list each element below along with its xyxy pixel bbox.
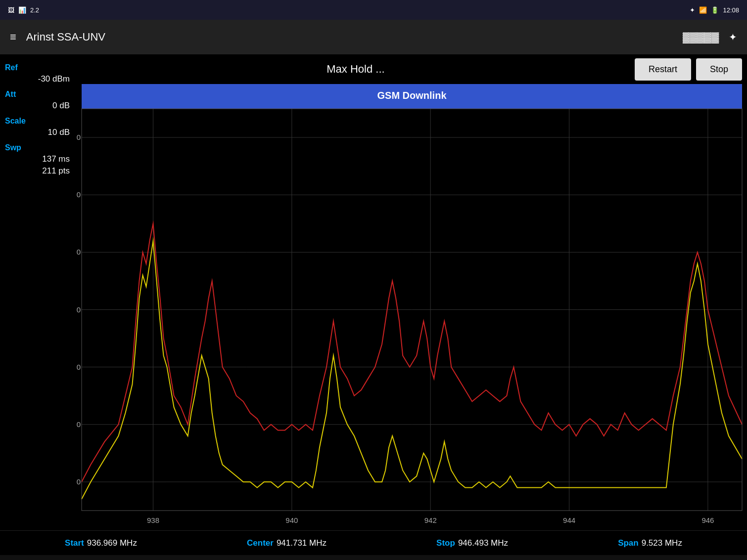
status-bar: 🖼 📊 2.2 ✦ 📶 🔋 12:08 [0, 0, 747, 20]
start-value: 936.969 MHz [87, 538, 137, 548]
status-right: ✦ 📶 🔋 12:08 [690, 6, 739, 14]
main-content: Ref -30 dBm Att 0 dB Scale 10 dB Swp 137… [0, 54, 747, 530]
left-panel: Ref -30 dBm Att 0 dB Scale 10 dB Swp 137… [0, 54, 77, 530]
swp-label[interactable]: Swp [5, 143, 72, 152]
ref-value[interactable]: -30 dBm [5, 74, 72, 84]
center-label: Center [247, 538, 274, 548]
app-title: Arinst SSA-UNV [26, 31, 673, 43]
span-label: Span [618, 538, 639, 548]
bluetooth-icon: ✦ [729, 31, 737, 43]
ref-label[interactable]: Ref [5, 63, 72, 72]
scale-value[interactable]: 10 dB [5, 128, 72, 137]
span-value: 9.523 MHz [642, 538, 682, 548]
chart-container: Max Hold ... Restart Stop [77, 54, 747, 530]
status-left: 🖼 📊 2.2 [8, 6, 39, 14]
screenshot-icon: 🖼 [8, 6, 14, 14]
att-value[interactable]: 0 dB [5, 101, 72, 111]
stop-label: Stop [436, 538, 455, 548]
stop-value: 946.493 MHz [458, 538, 508, 548]
bottom-nav: ◁ ○ □ [0, 555, 747, 560]
chart-wrapper[interactable] [77, 84, 747, 530]
att-label[interactable]: Att [5, 90, 72, 99]
chart-toolbar: Max Hold ... Restart Stop [77, 54, 747, 84]
frequency-bar: Start 936.969 MHz Center 941.731 MHz Sto… [0, 530, 747, 555]
restart-button[interactable]: Restart [635, 58, 691, 81]
start-label: Start [65, 538, 84, 548]
spectrum-chart [77, 84, 747, 530]
mode-label: Max Hold ... [82, 63, 630, 76]
center-value: 941.731 MHz [277, 538, 327, 548]
clock: 12:08 [723, 6, 739, 14]
stop-button[interactable]: Stop [696, 58, 742, 81]
graph-icon: 📊 [18, 6, 26, 14]
signal-icon: 📶 [699, 6, 707, 14]
swp-time: 137 ms [5, 154, 72, 164]
hamburger-menu-icon[interactable]: ≡ [10, 31, 16, 43]
app-version: 2.2 [30, 6, 39, 14]
swp-pts: 211 pts [5, 166, 72, 176]
app-bar: ≡ Arinst SSA-UNV ▓▓▓▓▓ ✦ [0, 20, 747, 54]
span-freq[interactable]: Span 9.523 MHz [618, 538, 682, 548]
battery-icon: ▓▓▓▓▓ [683, 32, 719, 43]
battery-status-icon: 🔋 [711, 6, 719, 14]
scale-label[interactable]: Scale [5, 117, 72, 126]
bluetooth-status-icon: ✦ [690, 6, 695, 14]
center-freq[interactable]: Center 941.731 MHz [247, 538, 327, 548]
start-freq[interactable]: Start 936.969 MHz [65, 538, 137, 548]
stop-freq[interactable]: Stop 946.493 MHz [436, 538, 508, 548]
